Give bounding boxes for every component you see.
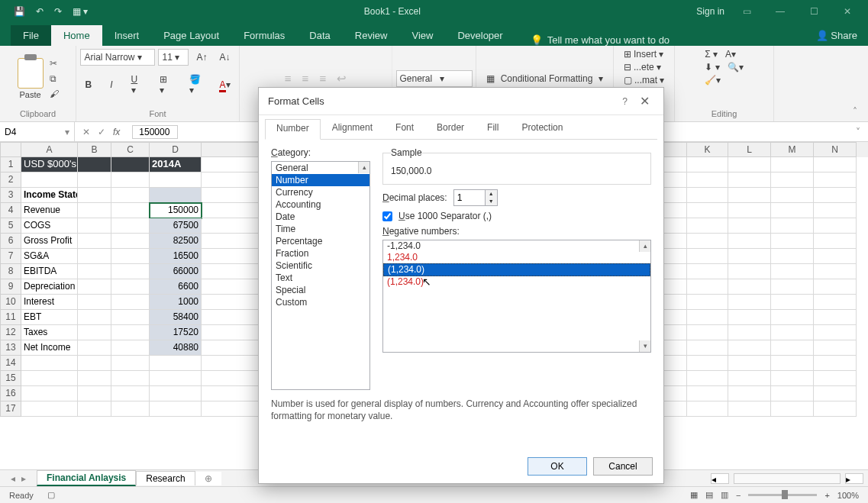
category-item[interactable]: Currency	[272, 186, 369, 198]
cell[interactable]	[21, 371, 78, 386]
cell[interactable]	[771, 218, 814, 234]
cell[interactable]	[78, 401, 111, 417]
cell[interactable]	[814, 386, 857, 401]
zoom-out-icon[interactable]: −	[736, 491, 741, 500]
row-header[interactable]: 7	[0, 249, 21, 264]
cell[interactable]	[687, 401, 728, 417]
cell[interactable]: EBT	[21, 310, 78, 325]
conditional-formatting-button[interactable]: Conditional Formatting	[501, 73, 593, 84]
col-header[interactable]: L	[728, 142, 771, 157]
cell[interactable]	[687, 386, 728, 401]
name-box[interactable]: D4▾	[0, 122, 75, 141]
cell[interactable]	[728, 249, 771, 264]
cell[interactable]: Revenue	[21, 203, 78, 218]
cell[interactable]	[728, 173, 771, 188]
cell[interactable]	[78, 188, 111, 203]
cell[interactable]	[78, 173, 111, 188]
collapse-ribbon-icon[interactable]: ˄	[853, 106, 857, 117]
cell[interactable]	[111, 295, 150, 310]
tab-home[interactable]: Home	[51, 25, 102, 46]
ribbon-options-icon[interactable]: ▭	[735, 6, 758, 17]
clear-icon[interactable]: 🧹▾	[705, 75, 721, 85]
number-format-combo[interactable]: General ▾	[396, 70, 473, 87]
ok-button[interactable]: OK	[528, 457, 587, 476]
italic-button[interactable]: I	[105, 77, 117, 92]
fx-icon[interactable]: fx	[113, 127, 120, 137]
cell[interactable]	[814, 234, 857, 249]
cell[interactable]	[111, 249, 150, 264]
qat-more-icon[interactable]: ▦ ▾	[73, 6, 88, 17]
tab-pagelayout[interactable]: Page Layout	[151, 25, 231, 46]
row-header[interactable]: 16	[0, 386, 21, 401]
cell[interactable]	[728, 279, 771, 295]
negative-number-item[interactable]: -1,234.0	[383, 240, 650, 252]
view-normal-icon[interactable]: ▦	[690, 490, 698, 500]
cell[interactable]	[111, 386, 150, 401]
row-header[interactable]: 12	[0, 325, 21, 340]
category-list[interactable]: ▴ GeneralNumberCurrencyAccountingDateTim…	[271, 161, 370, 390]
cell[interactable]	[728, 340, 771, 356]
cell[interactable]	[728, 386, 771, 401]
grow-font-icon[interactable]: A↑	[192, 50, 211, 65]
cell[interactable]	[814, 173, 857, 188]
align-mid-icon[interactable]: ≡	[302, 72, 309, 85]
cell[interactable]: Depreciation	[21, 279, 78, 295]
cell[interactable]	[21, 401, 78, 417]
category-item[interactable]: Text	[272, 272, 369, 284]
cell[interactable]	[814, 325, 857, 340]
row-header[interactable]: 13	[0, 340, 21, 356]
cell[interactable]	[111, 173, 150, 188]
cell[interactable]	[21, 173, 78, 188]
delete-cells-button[interactable]: ⊟ ...ete ▾	[624, 62, 661, 73]
cell[interactable]	[814, 188, 857, 203]
row-header[interactable]: 8	[0, 264, 21, 279]
cell[interactable]	[687, 157, 728, 173]
cell[interactable]	[814, 157, 857, 173]
fill-icon[interactable]: ⬇ ▾	[705, 62, 719, 73]
decimal-places-input[interactable]	[454, 190, 485, 205]
copy-icon[interactable]: ⧉	[50, 73, 59, 84]
cell[interactable]	[111, 401, 150, 417]
cell[interactable]: 58400	[150, 310, 202, 325]
zoom-level[interactable]: 100%	[837, 491, 859, 500]
cell[interactable]: 16500	[150, 249, 202, 264]
cell[interactable]	[687, 264, 728, 279]
cell[interactable]: 82500	[150, 234, 202, 249]
negative-number-item[interactable]: (1,234.0)	[383, 276, 650, 288]
cancel-formula-icon[interactable]: ✕	[82, 127, 90, 137]
col-header[interactable]: K	[687, 142, 728, 157]
scroll-down-icon[interactable]: ▾	[639, 340, 650, 352]
row-header[interactable]: 11	[0, 310, 21, 325]
cell[interactable]	[771, 203, 814, 218]
cell[interactable]	[111, 218, 150, 234]
font-name-combo[interactable]: Arial Narrow ▾	[80, 49, 155, 66]
new-sheet-button[interactable]: ⊕	[195, 472, 221, 485]
cell[interactable]	[771, 173, 814, 188]
undo-icon[interactable]: ↶	[36, 6, 44, 17]
negative-number-item[interactable]: 1,234.0	[383, 252, 650, 263]
cell[interactable]	[771, 340, 814, 356]
row-header[interactable]: 5	[0, 218, 21, 234]
col-header[interactable]: C	[111, 142, 150, 157]
col-header[interactable]: N	[814, 142, 857, 157]
col-header[interactable]: A	[21, 142, 78, 157]
cell[interactable]: 6600	[150, 279, 202, 295]
cell[interactable]: COGS	[21, 218, 78, 234]
cell[interactable]	[728, 401, 771, 417]
cell[interactable]	[111, 356, 150, 371]
cell[interactable]	[687, 249, 728, 264]
cell[interactable]	[814, 401, 857, 417]
insert-cells-button[interactable]: ⊞ Insert ▾	[624, 49, 664, 60]
negative-numbers-list[interactable]: ▴ ▾ -1,234.01,234.0(1,234.0)(1,234.0)	[382, 240, 651, 353]
signin-link[interactable]: Sign in	[696, 6, 724, 17]
cell[interactable]	[78, 356, 111, 371]
cell[interactable]	[78, 279, 111, 295]
font-size-combo[interactable]: 11 ▾	[158, 49, 189, 66]
wrap-text-icon[interactable]: ↩	[337, 72, 347, 85]
cell[interactable]	[687, 325, 728, 340]
cell[interactable]	[771, 234, 814, 249]
cell[interactable]: 67500	[150, 218, 202, 234]
cell[interactable]	[78, 234, 111, 249]
cell[interactable]	[728, 218, 771, 234]
align-top-icon[interactable]: ≡	[285, 72, 292, 85]
